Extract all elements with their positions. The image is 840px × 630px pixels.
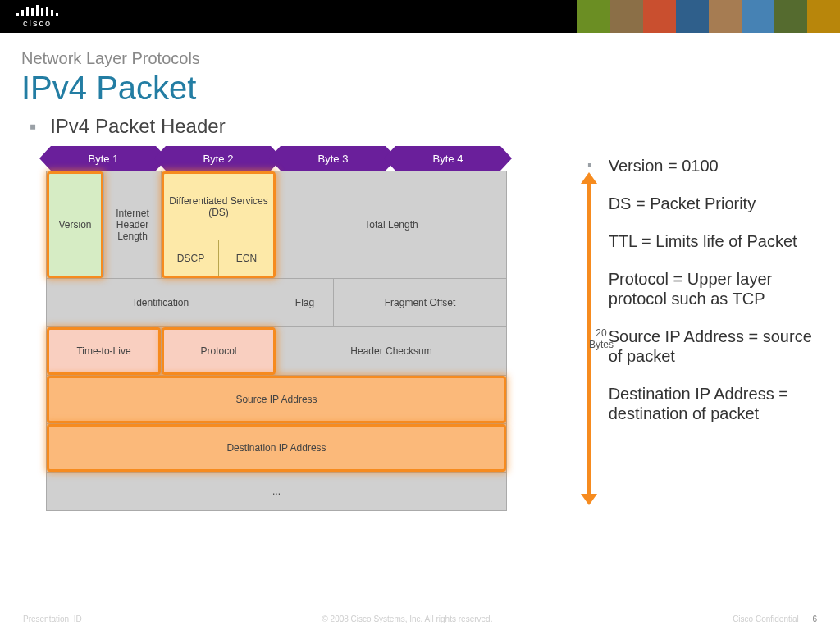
field-identification: Identification [47,279,276,326]
bullet-ds: DS = Packet Priority [587,194,819,213]
field-dscp: DSCP [163,240,219,276]
byte-arrow-1: Byte 1 [51,146,156,171]
bullet-text: Version = 0100 [609,156,719,176]
bullet-text: Protocol = Upper layer protocol such as … [609,269,819,308]
footer-center: © 2008 Cisco Systems, Inc. All rights re… [322,614,492,623]
bullet-protocol: Protocol = Upper layer protocol such as … [587,269,819,308]
field-checksum: Header Checksum [276,327,506,375]
bullet-text: Destination IP Address = destination of … [609,384,819,423]
header-size-indicator: 20 Bytes [566,179,612,499]
bullet-dst: Destination IP Address = destination of … [587,384,819,423]
field-ttl: Time-to-Live [47,327,162,375]
cisco-wordmark: cisco [23,18,52,28]
slide-body: Network Layer Protocols IPv4 Packet IPv4… [0,33,840,511]
bullet-text: DS = Packet Priority [609,194,756,213]
field-ds-label: Differentiated Services (DS) [163,173,274,240]
field-version: Version [47,171,104,278]
slide-footer: Presentation_ID © 2008 Cisco Systems, In… [0,614,840,623]
field-ds: Differentiated Services (DS) DSCP ECN [162,171,276,278]
field-fragment-offset: Fragment Offset [334,279,506,326]
footer-confidential: Cisco Confidential [733,614,799,623]
field-total-length: Total Length [276,171,506,278]
field-dst-ip: Destination IP Address [47,424,506,472]
byte-arrow-2: Byte 2 [166,146,271,171]
bullet-ttl: TTL = Limits life of Packet [587,231,819,251]
bullet-text: Source IP Address = source of packet [609,326,819,366]
size-value: 20 [596,327,606,339]
size-unit: Bytes [589,339,614,350]
cisco-logo: cisco [16,5,58,28]
banner-photo-strip [578,0,840,33]
field-ecn: ECN [219,240,274,276]
section-heading: IPv4 Packet Header [30,115,563,138]
bullet-src: Source IP Address = source of packet [587,326,819,366]
footer-left: Presentation_ID [23,614,82,623]
bullet-version: Version = 0100 [587,156,819,176]
field-flag: Flag [276,279,334,326]
section-heading-text: IPv4 Packet Header [50,115,225,137]
ipv4-header-diagram: Byte 1 Byte 2 Byte 3 Byte 4 Version Inte… [46,146,563,511]
field-protocol: Protocol [162,327,276,375]
slide-subtitle: Network Layer Protocols [21,49,819,68]
field-explanations: Version = 0100 DS = Packet Priority TTL … [587,115,819,511]
byte-arrow-4: Byte 4 [395,146,500,171]
top-banner: cisco [0,0,840,33]
field-src-ip: Source IP Address [47,376,506,423]
page-number: 6 [812,614,817,623]
cisco-bars-icon [16,5,58,16]
field-options-ellipsis: ... [47,472,506,510]
header-grid: Version Internet Header Length Different… [46,171,507,511]
byte-arrow-3: Byte 3 [281,146,386,171]
slide-title: IPv4 Packet [21,70,819,107]
field-ihl: Internet Header Length [104,171,162,278]
bullet-text: TTL = Limits life of Packet [609,231,797,251]
